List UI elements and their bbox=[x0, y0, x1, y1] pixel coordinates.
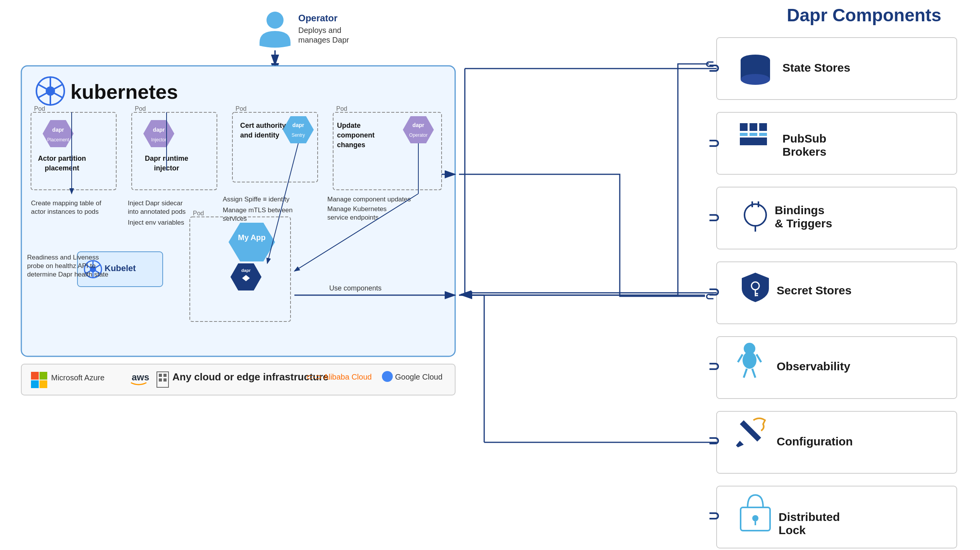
annotation-operator3: service endpoints bbox=[327, 214, 378, 221]
annotation-sentry1: Assign Spiffe ≡ identity bbox=[223, 196, 290, 203]
bindings-label1: Bindings bbox=[775, 204, 824, 217]
google-label: Google Cloud bbox=[395, 373, 442, 381]
pubsub-icon-bar2 bbox=[750, 133, 757, 136]
c-obs: ⊃ bbox=[708, 358, 720, 374]
hex-operator-text-name: Operator bbox=[409, 132, 427, 138]
hex-operator-text-dapr: dapr bbox=[413, 122, 425, 128]
annotation-injector2: into annotated pods bbox=[128, 208, 186, 215]
lock-label1: Distributed bbox=[779, 510, 840, 523]
annotation-placement2: actor instances to pods bbox=[31, 208, 99, 215]
azure-label: Microsoft Azure bbox=[51, 373, 105, 382]
pubsub-icon-1 bbox=[740, 123, 748, 131]
building-window4 bbox=[163, 378, 167, 382]
c-lock: ⊃ bbox=[708, 508, 720, 524]
infra-label: Any cloud or edge infrastructure bbox=[172, 371, 328, 383]
card-bindings bbox=[717, 187, 957, 249]
c-config: ⊃ bbox=[708, 433, 720, 449]
pod-placement-label: Pod bbox=[34, 105, 45, 112]
pubsub-icon-bar4 bbox=[740, 138, 767, 145]
hex-myapp-text: My App bbox=[238, 233, 265, 242]
annotation-kubelet3: determine Dapr health state bbox=[27, 271, 108, 278]
pod-operator-label: Pod bbox=[336, 105, 347, 112]
pubsub-label2: Brokers bbox=[782, 145, 826, 158]
annotation-operator1: Manage component updates bbox=[327, 196, 411, 203]
building-window3 bbox=[159, 378, 162, 382]
pubsub-icon-3 bbox=[759, 123, 767, 131]
page-title: Dapr Components bbox=[787, 5, 941, 25]
annotation-kubelet2: probe on healthz API to bbox=[27, 262, 96, 270]
k8s-title: kubernetes bbox=[70, 81, 178, 103]
kubelet-label: Kubelet bbox=[105, 263, 136, 273]
lock-label2: Lock bbox=[779, 524, 806, 536]
google-logo bbox=[382, 371, 393, 382]
pod-operator-title2: component bbox=[337, 131, 375, 139]
operator-head-icon bbox=[266, 12, 284, 29]
connector-secret bbox=[459, 174, 705, 296]
pod-operator-title3: changes bbox=[337, 141, 365, 149]
hex-placement-text-dapr: dapr bbox=[52, 127, 64, 133]
pod-injector-label: Pod bbox=[135, 105, 146, 112]
obs-label: Observability bbox=[777, 360, 850, 373]
annotation-injector1: Inject Dapr sidecar bbox=[128, 199, 183, 207]
operator-desc1: Deploys and bbox=[298, 26, 341, 34]
alibaba-label: ⊂-⊃ Alibaba Cloud bbox=[306, 373, 372, 381]
pubsub-label1: PubSub bbox=[782, 132, 826, 145]
operator-desc2: manages Dapr bbox=[298, 36, 349, 44]
operator-label: Operator bbox=[298, 13, 337, 23]
c-secret: ⊃ bbox=[708, 284, 720, 300]
state-stores-icon-bottom bbox=[741, 74, 770, 85]
hex-dapr-myapp-text1: dapr bbox=[241, 268, 251, 273]
connector-state bbox=[459, 64, 709, 295]
secret-label: Secret Stores bbox=[777, 284, 851, 297]
hex-placement-text-name: Placement bbox=[47, 137, 69, 143]
hex-injector-text-name: Injector bbox=[151, 137, 166, 143]
azure-logo-r4 bbox=[40, 380, 47, 388]
pod-sentry-title2: and identity bbox=[240, 131, 279, 139]
hex-injector-text-dapr: dapr bbox=[153, 127, 165, 133]
pod-sentry-title1: Cert authority bbox=[240, 122, 286, 129]
annotation-injector3: Inject env variables bbox=[128, 219, 184, 226]
pod-sentry-label: Pod bbox=[236, 105, 246, 112]
pod-operator-title1: Update bbox=[337, 122, 361, 129]
annotation-sentry2: Manage mTLS between bbox=[223, 206, 293, 214]
pod-myapp-label: Pod bbox=[193, 210, 204, 217]
azure-logo-r3 bbox=[31, 380, 39, 388]
state-stores-label: State Stores bbox=[782, 61, 850, 74]
use-components-label: Use components bbox=[329, 284, 382, 292]
c-bindings: ⊃ bbox=[708, 210, 720, 225]
azure-logo-r1 bbox=[31, 372, 39, 380]
hex-sentry-text-name: Sentry bbox=[292, 132, 305, 138]
obs-body bbox=[743, 352, 756, 369]
pubsub-icon-bar1 bbox=[740, 133, 748, 136]
operator-body-icon bbox=[260, 31, 291, 48]
pod-placement-title2: placement bbox=[45, 164, 79, 172]
annotation-placement1: Create mapping table of bbox=[31, 199, 101, 207]
c-pubsub: ⊃ bbox=[708, 135, 720, 151]
lock-keyhole bbox=[752, 515, 758, 521]
building-window2 bbox=[163, 374, 167, 377]
annotation-operator2: Manage Kubernetes bbox=[327, 205, 387, 213]
aws-label: aws bbox=[132, 372, 149, 382]
azure-logo-r2 bbox=[40, 372, 47, 380]
pod-placement-title: Actor partition bbox=[38, 155, 86, 162]
pubsub-icon-bar3 bbox=[759, 133, 767, 136]
annotation-kubelet1: Readiness and Liveness bbox=[27, 254, 99, 261]
pubsub-icon-2 bbox=[750, 123, 757, 131]
hex-sentry-text-dapr: dapr bbox=[292, 122, 304, 128]
building-window1 bbox=[159, 374, 162, 377]
annotation-sentry3: services bbox=[223, 215, 247, 222]
bindings-label2: & Triggers bbox=[775, 217, 832, 230]
config-label: Configuration bbox=[777, 435, 853, 448]
